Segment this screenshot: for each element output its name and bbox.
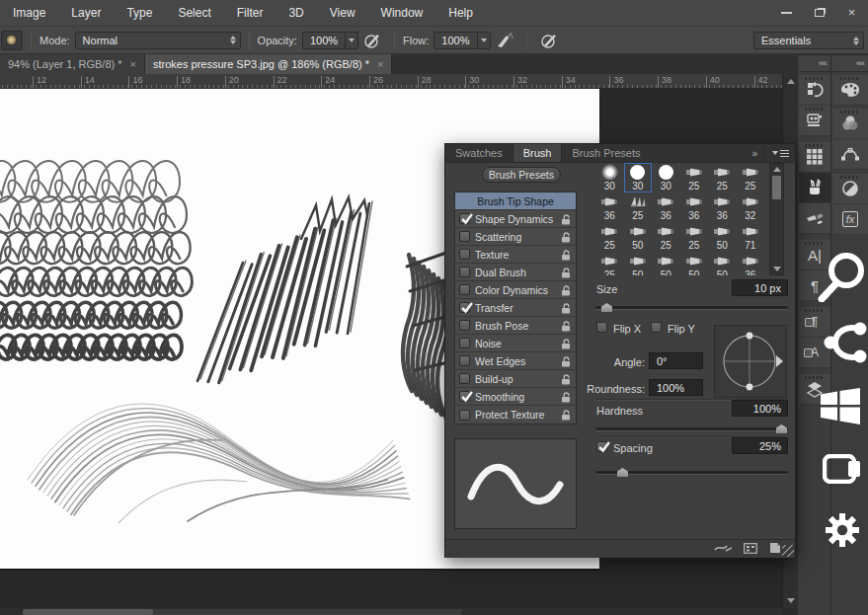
restore-button[interactable]	[803, 0, 835, 25]
share-charm[interactable]	[823, 321, 868, 366]
brush-tip[interactable]: 30	[595, 163, 624, 192]
scrollbar-thumb[interactable]	[772, 176, 781, 199]
pressure-opacity-icon[interactable]	[362, 31, 382, 50]
menu-select[interactable]: Select	[165, 0, 223, 27]
flip-x-checkbox[interactable]	[596, 322, 607, 333]
unlock-icon[interactable]	[560, 302, 572, 315]
unlock-icon[interactable]	[560, 249, 572, 262]
document-tab-active[interactable]: strokes pressure SP3.jpg @ 186% (RGB/8) …	[145, 54, 392, 74]
unlock-icon[interactable]	[560, 320, 572, 333]
color-harmony-icon[interactable]	[832, 109, 868, 139]
setting-checkbox[interactable]	[459, 338, 470, 348]
brush-tip[interactable]: 32	[737, 192, 765, 222]
setting-transfer[interactable]: Transfer	[455, 299, 576, 317]
brush-presets-button[interactable]: Brush Presets	[482, 167, 561, 183]
brush-tip[interactable]: 50	[624, 252, 653, 275]
new-brush-icon[interactable]	[769, 542, 781, 556]
tab-swatches[interactable]: Swatches	[445, 144, 513, 162]
tab-close-icon[interactable]: ×	[130, 58, 136, 70]
expand-panel-icon[interactable]: »	[751, 148, 756, 159]
brush-tip[interactable]: 25	[737, 163, 765, 192]
menu-type[interactable]: Type	[114, 0, 165, 27]
size-value[interactable]: 10 px	[732, 279, 788, 296]
tab-brush[interactable]: Brush	[513, 144, 563, 162]
menu-window[interactable]: Window	[368, 0, 436, 27]
document-tab[interactable]: 94% (Layer 1, RGB/8) * ×	[0, 54, 145, 74]
panel-resize-grip[interactable]	[782, 545, 794, 557]
spacing-value[interactable]: 25%	[732, 437, 788, 454]
workspace-dropdown[interactable]: Essentials	[753, 32, 864, 49]
panel-menu-icon[interactable]	[764, 147, 789, 159]
setting-texture[interactable]: Texture	[455, 246, 576, 264]
history-icon[interactable]	[799, 75, 830, 106]
brush-grid-scrollbar[interactable]	[769, 163, 784, 275]
preset-manager-icon[interactable]	[744, 543, 757, 556]
brush-tip[interactable]: 25	[708, 163, 737, 192]
setting-checkbox[interactable]	[459, 231, 470, 242]
brush-tip[interactable]: 36	[595, 192, 624, 222]
brush-tip[interactable]: 71	[737, 222, 765, 252]
unlock-icon[interactable]	[560, 284, 572, 297]
dropdown-arrow-icon[interactable]	[345, 33, 357, 48]
settings-charm[interactable]	[824, 511, 861, 551]
unlock-icon[interactable]	[560, 213, 572, 226]
brush-tip[interactable]: 36	[652, 192, 680, 222]
scroll-down-icon[interactable]	[773, 267, 781, 271]
color-panel-icon[interactable]	[832, 75, 868, 106]
hardness-value[interactable]: 100%	[732, 400, 788, 417]
setting-color-dynamics[interactable]: Color Dynamics	[455, 281, 576, 299]
brush-tip[interactable]: 25	[680, 163, 709, 192]
start-charm[interactable]	[821, 388, 860, 426]
setting-checkbox[interactable]	[459, 213, 470, 224]
setting-smoothing[interactable]: Smoothing	[455, 388, 576, 406]
setting-checkbox[interactable]	[459, 320, 470, 331]
setting-brush-pose[interactable]: Brush Pose	[455, 317, 576, 335]
angle-roundness-control[interactable]	[714, 325, 787, 398]
brush-tip[interactable]: 25	[595, 252, 624, 275]
brush-tip[interactable]: 25	[652, 222, 680, 252]
brush-panel-icon[interactable]	[799, 173, 830, 203]
setting-noise[interactable]: Noise	[455, 335, 576, 352]
flow-dropdown[interactable]: 100%	[434, 32, 490, 49]
setting-checkbox[interactable]	[459, 391, 470, 402]
swatch-grid-icon[interactable]	[799, 142, 830, 173]
menu-help[interactable]: Help	[435, 0, 486, 27]
hardness-slider[interactable]	[595, 423, 788, 433]
brush-tip[interactable]: 36	[708, 192, 737, 222]
scroll-down-icon[interactable]	[787, 598, 795, 603]
horizontal-scrollbar-thumb[interactable]	[23, 609, 153, 615]
angle-input[interactable]: 0°	[649, 352, 703, 369]
brush-tip[interactable]: 30	[652, 163, 680, 192]
adjustments-icon[interactable]	[832, 174, 868, 204]
airbrush-icon[interactable]	[495, 31, 514, 50]
brush-tip-selected[interactable]: 30	[624, 163, 653, 192]
tab-brush-presets[interactable]: Brush Presets	[562, 144, 650, 162]
collapse-panels-icon[interactable]: ««	[799, 55, 830, 72]
tool-preset-picker[interactable]	[1, 31, 23, 50]
brush-tip[interactable]: 25	[624, 192, 653, 222]
stroke-preview-toggle-icon[interactable]	[714, 542, 732, 556]
flip-y-checkbox[interactable]	[651, 322, 662, 333]
brush-tip[interactable]: 36	[737, 252, 765, 275]
close-button[interactable]: ×	[835, 0, 868, 25]
unlock-icon[interactable]	[560, 338, 572, 350]
dropdown-arrow-icon[interactable]	[477, 33, 490, 48]
brush-tip[interactable]: 36	[680, 192, 709, 222]
setting-checkbox[interactable]	[459, 302, 470, 313]
scroll-up-icon[interactable]	[773, 167, 781, 172]
mode-dropdown[interactable]: Normal	[75, 32, 241, 49]
setting-brush-tip-shape-selected[interactable]: Brush Tip Shape	[455, 192, 576, 210]
opacity-dropdown[interactable]: 100%	[302, 32, 358, 49]
brush-tip[interactable]: 50	[708, 222, 737, 252]
unlock-icon[interactable]	[560, 355, 572, 368]
devices-charm[interactable]	[823, 454, 862, 486]
properties-icon[interactable]	[799, 106, 830, 136]
horizontal-scrollbar-track[interactable]	[153, 609, 461, 615]
unlock-icon[interactable]	[560, 409, 572, 422]
spacing-slider[interactable]	[595, 467, 788, 477]
menu-view[interactable]: View	[317, 0, 368, 27]
setting-checkbox[interactable]	[459, 410, 470, 421]
brush-tip[interactable]: 50	[624, 222, 653, 252]
menu-layer[interactable]: Layer	[58, 0, 114, 27]
brush-tip[interactable]: 50	[652, 252, 680, 275]
